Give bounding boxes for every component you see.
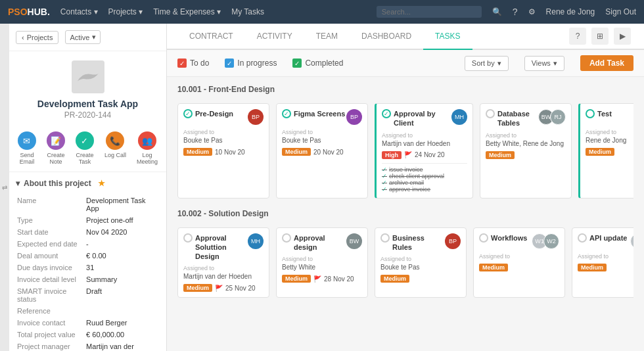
detail-name: Name Development Task App: [16, 195, 160, 214]
priority-approval-sol: Medium: [183, 284, 212, 292]
add-task-button[interactable]: Add Task: [580, 55, 633, 71]
tab-activity[interactable]: ACTIVITY: [245, 24, 304, 50]
avatar-pre-design: BP: [248, 109, 264, 125]
task-check-test[interactable]: [586, 109, 595, 118]
project-logo-image: [76, 65, 100, 89]
multi-avatar-workflows: W1 W2: [532, 233, 559, 249]
avatar-approval-sol: MH: [248, 233, 264, 249]
task-name-figma: Figma Screens: [294, 109, 346, 118]
about-table: Name Development Task App Type Project o…: [16, 195, 160, 351]
nav-my-tasks[interactable]: My Tasks: [231, 7, 264, 16]
task-check-approval-client[interactable]: [382, 109, 391, 118]
flag-icon-sol: 🚩: [215, 285, 223, 292]
task-check-approval-sol[interactable]: [183, 233, 193, 243]
user-name: Rene de Jong: [546, 7, 595, 16]
status-select[interactable]: Active ▾: [65, 30, 101, 44]
log-meeting-action[interactable]: 👥 LogMeeting: [137, 131, 158, 165]
task-name-pre-design: Pre-Design: [195, 109, 248, 118]
create-note-action[interactable]: 📝 CreateNote: [47, 131, 65, 165]
top-nav: PSOHUB. Contacts ▾ Projects ▾ Time & Exp…: [0, 0, 644, 24]
task-check-workflows[interactable]: [479, 233, 488, 243]
nav-projects[interactable]: Projects ▾: [108, 7, 143, 16]
task-check-database[interactable]: [486, 109, 495, 118]
filter-in-progress[interactable]: ✓ In progress: [225, 59, 277, 68]
back-to-projects[interactable]: ‹ Projects: [16, 31, 58, 44]
send-email-action[interactable]: ✉ SendEmail: [18, 131, 36, 165]
task-check-figma[interactable]: [282, 109, 291, 118]
task-name-test: Test: [597, 109, 633, 118]
detail-project-manager: Project manager Martijn van der Hoeden: [16, 340, 160, 351]
detail-due-days: Due days invoice 31: [16, 262, 160, 273]
tab-contract[interactable]: CONTRACT: [177, 24, 245, 50]
task-name-api: API update: [589, 233, 630, 243]
task-check-pre-design[interactable]: [183, 109, 193, 118]
search-input[interactable]: [377, 6, 482, 18]
task-check-approval-des[interactable]: [282, 233, 291, 243]
views-button[interactable]: Views ▾: [524, 56, 564, 71]
task-check-biz[interactable]: [380, 233, 390, 243]
section-header-2: 10.002 - Solution Design: [177, 209, 633, 221]
right-content: CONTRACT ACTIVITY TEAM DASHBOARD TASKS ?…: [167, 24, 644, 351]
nav-contacts[interactable]: Contacts ▾: [60, 7, 98, 16]
completed-checkbox[interactable]: ✓: [292, 59, 302, 68]
nav-time-expenses[interactable]: Time & Expenses ▾: [153, 7, 221, 16]
help-icon[interactable]: ?: [513, 7, 518, 17]
task-card-approval-design: Approval design BW Assigned to Betty Whi…: [276, 227, 368, 298]
tabs-bar: CONTRACT ACTIVITY TEAM DASHBOARD TASKS ?…: [167, 24, 644, 50]
help-tab-icon[interactable]: ?: [569, 28, 586, 45]
priority-approval-client: High: [382, 151, 402, 159]
chevron-down-icon: ▾: [16, 179, 20, 188]
subtasks-approval-client: ✓ issue invoice ✓ check client approval …: [382, 163, 467, 193]
avatar-approval-client: MH: [451, 109, 467, 125]
sort-by-button[interactable]: Sort by ▾: [465, 56, 509, 71]
log-call-action[interactable]: 📞 Log Call: [104, 131, 126, 165]
priority-database: Medium: [486, 151, 515, 159]
tab-dashboard[interactable]: DASHBOARD: [350, 24, 423, 50]
tabs-right-icons: ? ⊞ ▶: [569, 28, 633, 45]
flag-icon: 🚩: [404, 151, 412, 158]
tab-tasks[interactable]: TASKS: [423, 24, 472, 50]
create-task-action[interactable]: ✓ CreateTask: [76, 131, 94, 165]
search-icon[interactable]: 🔍: [492, 7, 502, 16]
date-approval-sol: 25 Nov 20: [225, 285, 256, 292]
filter-completed[interactable]: ✓ Completed: [292, 59, 343, 68]
detail-invoice-contact: Invoice contact Ruud Berger: [16, 317, 160, 329]
sidebar-top: ‹ Projects Active ▾: [9, 24, 166, 51]
priority-figma: Medium: [282, 148, 311, 156]
avatar-figma: BP: [346, 109, 362, 125]
subtask-1: ✓ issue invoice: [382, 166, 467, 173]
filter-todo[interactable]: ✓ To do: [177, 59, 209, 68]
send-email-icon: ✉: [18, 131, 36, 150]
priority-test: Medium: [586, 148, 614, 156]
project-id: PR-2020-144: [64, 110, 111, 120]
task-name-biz: Business Rules: [392, 233, 445, 252]
about-header[interactable]: ▾ About this project ★: [16, 179, 160, 188]
priority-biz: Medium: [380, 275, 409, 283]
tab-team[interactable]: TEAM: [304, 24, 350, 50]
task-check-api[interactable]: [578, 233, 587, 243]
section-header-1: 10.001 - Front-End Design: [177, 85, 633, 97]
date-approval-des: 28 Nov 20: [324, 275, 354, 283]
task-name-database: Database Tables: [497, 109, 538, 128]
subtask-3: ✓ archive email: [382, 179, 467, 186]
log-call-icon: 📞: [106, 131, 124, 150]
task-card-approval-client: Approval by Client MH Assigned to Martij…: [375, 103, 473, 199]
task-card-approval-solution: Approval Soluttion Design MH Assigned to…: [177, 227, 269, 298]
layout-icon[interactable]: ⊞: [591, 28, 609, 45]
task-card-api-update: API update A1 A2 Assigned to Medium: [572, 227, 633, 298]
sign-out[interactable]: Sign Out: [605, 7, 636, 16]
in-progress-checkbox[interactable]: ✓: [225, 59, 234, 68]
logo: PSOHUB.: [8, 7, 50, 17]
settings-icon[interactable]: ⚙: [528, 7, 536, 16]
date-approval-client: 24 Nov 20: [415, 151, 445, 158]
about-section: ▾ About this project ★ Name Development …: [9, 172, 166, 351]
task-name-approval-client: Approval by Client: [394, 109, 451, 128]
create-note-icon: 📝: [47, 131, 65, 150]
filter-bar: ✓ To do ✓ In progress ✓ Completed Sort b…: [167, 50, 644, 77]
video-icon[interactable]: ▶: [614, 28, 631, 45]
task-card-database-tables: Database Tables BW RJ Assigned to Betty …: [480, 103, 572, 199]
detail-end-date: Expected end date -: [16, 238, 160, 250]
tasks-content: 10.001 - Front-End Design Pre-Design BP …: [167, 77, 644, 351]
expand-handle[interactable]: ⇄: [0, 24, 9, 351]
todo-checkbox[interactable]: ✓: [177, 59, 187, 68]
